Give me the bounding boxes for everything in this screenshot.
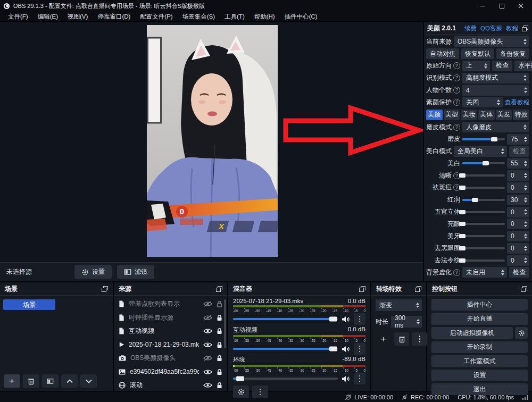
spinner-arrows-icon[interactable] <box>524 233 527 239</box>
menu-tools[interactable]: 工具(T) <box>220 13 250 21</box>
close-button[interactable] <box>513 1 529 11</box>
teeth-spinbox[interactable]: 0 <box>507 231 529 241</box>
menu-file[interactable]: 文件(F) <box>3 13 33 21</box>
sources-scrollbar[interactable] <box>224 299 226 348</box>
source-row-image[interactable]: e394502df49aa5fc2a99cd2e7c <box>114 365 227 379</box>
lock-icon[interactable] <box>217 382 222 389</box>
speaker-icon[interactable] <box>342 346 350 353</box>
nasolabial-spinbox[interactable]: 0 <box>507 255 529 266</box>
tab-reshape[interactable]: 美型 <box>444 110 460 120</box>
clarity-spinbox[interactable]: 0 <box>507 170 529 181</box>
add-scene-button[interactable]: + <box>4 374 20 388</box>
float-dock-icon[interactable] <box>521 286 527 292</box>
menu-scene-collection[interactable]: 场景集合(S) <box>178 13 220 21</box>
backup-restore-button[interactable]: 备份恢复 <box>496 48 529 59</box>
volume-handle[interactable] <box>329 317 337 322</box>
slider-handle[interactable] <box>459 173 466 178</box>
slider-handle[interactable] <box>459 222 466 226</box>
eye-slash-icon[interactable] <box>203 315 212 321</box>
bg-blur-select[interactable]: 未启用 <box>462 267 507 278</box>
source-filters-button[interactable]: 滤镜 <box>117 265 154 279</box>
channel-menu-button[interactable] <box>354 343 365 355</box>
slider-handle[interactable] <box>483 161 489 165</box>
dark-circles-slider[interactable] <box>462 247 505 249</box>
lock-icon[interactable] <box>217 314 222 321</box>
smooth-slider[interactable] <box>462 138 505 140</box>
menu-plugin-center[interactable]: 插件中心(C) <box>280 13 322 21</box>
help-icon[interactable]: ? <box>453 87 460 94</box>
eye-slash-icon[interactable] <box>203 301 212 307</box>
scene-move-up-button[interactable] <box>61 374 78 388</box>
channel-menu-button[interactable] <box>354 373 365 384</box>
preview-canvas[interactable]: 0 X <box>0 22 423 262</box>
help-icon[interactable]: ? <box>453 269 460 276</box>
tab-body[interactable]: 美体 <box>478 110 495 120</box>
virtual-camera-config-button[interactable] <box>515 327 528 339</box>
tab-beauty[interactable]: 美颜 <box>426 110 443 120</box>
horizontal-flip-button[interactable]: 水平翻转 <box>514 61 532 71</box>
volume-handle[interactable] <box>236 376 244 381</box>
white-mode-check-button[interactable]: 检查 <box>509 146 529 157</box>
slider-handle[interactable] <box>459 210 466 214</box>
studio-mode-button[interactable]: 工作室模式 <box>431 355 528 367</box>
bg-blur-check-button[interactable]: 检查 <box>509 267 529 278</box>
smooth-spinbox[interactable]: 75 <box>507 134 529 145</box>
view-tutorial-link[interactable]: 查看教程 <box>505 98 529 106</box>
slider-handle[interactable] <box>459 186 466 190</box>
spinner-arrows-icon[interactable] <box>524 246 527 252</box>
clarity-slider[interactable] <box>462 174 505 177</box>
spinner-arrows-icon[interactable] <box>524 209 527 215</box>
remove-scene-button[interactable] <box>23 374 39 388</box>
source-settings-button[interactable]: 设置 <box>74 265 112 279</box>
tab-makeup[interactable]: 美妆 <box>461 110 477 120</box>
remove-transition-button[interactable] <box>394 332 409 346</box>
renew-link[interactable]: 续费 <box>464 24 477 32</box>
menu-docks[interactable]: 停靠窗口(D) <box>93 13 135 21</box>
lock-icon[interactable] <box>217 355 222 362</box>
dark-circles-spinbox[interactable]: 0 <box>507 243 529 254</box>
help-icon[interactable]: ? <box>453 62 460 69</box>
source-row-clock-plugin[interactable]: 时钟插件显示源 <box>114 311 227 325</box>
slider-handle[interactable] <box>491 137 497 141</box>
scene-filters-button[interactable] <box>42 374 59 388</box>
whiten-spinbox[interactable]: 55 <box>507 158 529 169</box>
speaker-icon[interactable] <box>342 375 350 382</box>
transition-type-select[interactable]: 渐变 <box>376 299 422 311</box>
spinner-arrows-icon[interactable] <box>524 87 527 93</box>
volume-slider[interactable] <box>233 378 338 380</box>
float-dock-icon[interactable] <box>522 26 528 31</box>
float-dock-icon[interactable] <box>216 286 222 292</box>
minimize-button[interactable] <box>475 1 491 11</box>
autofocus-button[interactable]: 自动对焦 <box>426 48 459 59</box>
menu-view[interactable]: 视图(V) <box>63 13 93 21</box>
tab-hair[interactable]: 美发 <box>496 110 512 120</box>
scene-move-down-button[interactable] <box>80 374 97 388</box>
makeup-protect-select[interactable]: 关闭 <box>462 97 503 107</box>
bright-eyes-spinbox[interactable]: 0 <box>507 219 529 229</box>
nasolabial-slider[interactable] <box>462 259 505 262</box>
tab-effects[interactable]: 特效 <box>513 110 529 120</box>
qq-support-link[interactable]: QQ客服 <box>480 24 502 32</box>
lock-icon[interactable] <box>217 328 222 334</box>
slider-handle[interactable] <box>472 198 478 202</box>
spinner-arrows-icon[interactable] <box>524 197 527 203</box>
menu-help[interactable]: 帮助(H) <box>250 13 280 21</box>
spinner-arrows-icon[interactable] <box>524 161 527 166</box>
menu-edit[interactable]: 编辑(E) <box>33 13 63 21</box>
orientation-check-button[interactable]: 检查 <box>492 61 512 71</box>
volume-slider[interactable] <box>233 318 338 320</box>
unlock-icon[interactable] <box>217 300 222 307</box>
channel-menu-button[interactable] <box>354 313 365 325</box>
spinner-arrows-icon[interactable] <box>524 137 527 143</box>
duration-stepper[interactable]: 300 ms <box>391 316 422 328</box>
blemish-slider[interactable] <box>462 187 505 189</box>
volume-handle[interactable] <box>329 347 337 351</box>
start-virtual-camera-button[interactable]: 启动虚拟摄像机 <box>431 327 513 339</box>
eye-icon[interactable] <box>203 382 212 388</box>
teeth-slider[interactable] <box>462 235 505 237</box>
volume-slider[interactable] <box>233 348 338 350</box>
reset-default-button[interactable]: 恢复默认 <box>461 48 494 59</box>
slider-handle[interactable] <box>459 258 466 263</box>
exit-button[interactable]: 退出 <box>431 383 528 395</box>
smooth-mode-select[interactable]: 人像磨皮 <box>462 122 529 132</box>
